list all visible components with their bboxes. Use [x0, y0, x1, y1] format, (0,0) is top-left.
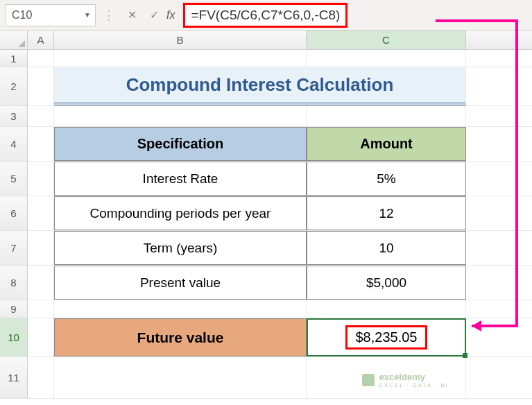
cell[interactable]: [54, 357, 307, 398]
future-value-label[interactable]: Future value: [54, 318, 307, 356]
row-header[interactable]: 10: [0, 318, 28, 357]
watermark-tagline: EXCEL · DATA · BI: [379, 382, 449, 388]
logo-icon: [362, 374, 375, 386]
spreadsheet: A B C 1 2 3 4 5 6 7 8 9 10 11 Compound: [0, 31, 532, 399]
formula-bar: C10 ▼ ⋮ ✕ ✓ fx =FV(C5/C6,C7*C6,0,-C8): [0, 0, 532, 31]
table-row[interactable]: Present value: [54, 266, 307, 300]
table-row[interactable]: Compounding periods per year: [54, 196, 307, 230]
cell[interactable]: [28, 162, 54, 196]
row-header[interactable]: 7: [0, 231, 28, 266]
column-headers: A B C: [0, 31, 532, 50]
fx-icon[interactable]: fx: [166, 9, 175, 21]
header-amount[interactable]: Amount: [307, 127, 466, 161]
row-header[interactable]: 4: [0, 127, 28, 162]
cells-area[interactable]: Compound Interest Calculation Specificat…: [28, 50, 532, 399]
cancel-icon[interactable]: ✕: [122, 6, 141, 25]
row-header[interactable]: 11: [0, 357, 28, 399]
cell[interactable]: [28, 231, 54, 265]
cell[interactable]: [28, 357, 54, 398]
row-header[interactable]: 1: [0, 50, 28, 67]
future-value-text: $8,235.05: [345, 325, 428, 350]
row-header[interactable]: 8: [0, 266, 28, 300]
cell[interactable]: [307, 106, 466, 126]
watermark-name: exceldemy: [379, 372, 425, 382]
cell[interactable]: [307, 300, 466, 318]
table-row[interactable]: 5%: [307, 162, 466, 196]
col-header-A[interactable]: A: [28, 31, 54, 49]
future-value-cell[interactable]: $8,235.05: [307, 318, 466, 356]
col-header-B[interactable]: B: [54, 31, 307, 49]
title-cell[interactable]: Compound Interest Calculation: [54, 67, 466, 105]
cell[interactable]: [28, 106, 54, 126]
cell[interactable]: [54, 50, 307, 67]
select-all-triangle[interactable]: [0, 31, 28, 49]
formula-input[interactable]: =FV(C5/C6,C7*C6,0,-C8): [183, 3, 347, 28]
table-row[interactable]: $5,000: [307, 266, 466, 300]
row-headers: 1 2 3 4 5 6 7 8 9 10 11: [0, 50, 28, 399]
table-row[interactable]: 12: [307, 196, 466, 230]
row-header[interactable]: 3: [0, 106, 28, 127]
table-row[interactable]: 10: [307, 231, 466, 265]
row-header[interactable]: 9: [0, 300, 28, 318]
cell[interactable]: [28, 50, 54, 67]
col-header-C[interactable]: C: [307, 31, 466, 49]
cell[interactable]: [28, 300, 54, 318]
header-spec[interactable]: Specification: [54, 127, 307, 161]
cell[interactable]: [28, 196, 54, 230]
name-box-value: C10: [12, 9, 32, 21]
table-row[interactable]: Term (years): [54, 231, 307, 265]
cell[interactable]: [28, 67, 54, 105]
cell[interactable]: [28, 127, 54, 161]
row-header[interactable]: 6: [0, 196, 28, 231]
row-header[interactable]: 5: [0, 162, 28, 196]
cell[interactable]: [28, 318, 54, 356]
cell[interactable]: [28, 266, 54, 300]
divider: ⋮: [103, 8, 115, 23]
row-header[interactable]: 2: [0, 67, 28, 106]
name-box[interactable]: C10 ▼: [6, 4, 96, 26]
table-row[interactable]: Interest Rate: [54, 162, 307, 196]
cell[interactable]: [54, 300, 307, 318]
chevron-down-icon[interactable]: ▼: [84, 11, 91, 19]
cell[interactable]: [54, 106, 307, 126]
cell[interactable]: [307, 50, 466, 67]
accept-icon[interactable]: ✓: [144, 6, 164, 25]
watermark: exceldemy EXCEL · DATA · BI: [362, 372, 449, 388]
